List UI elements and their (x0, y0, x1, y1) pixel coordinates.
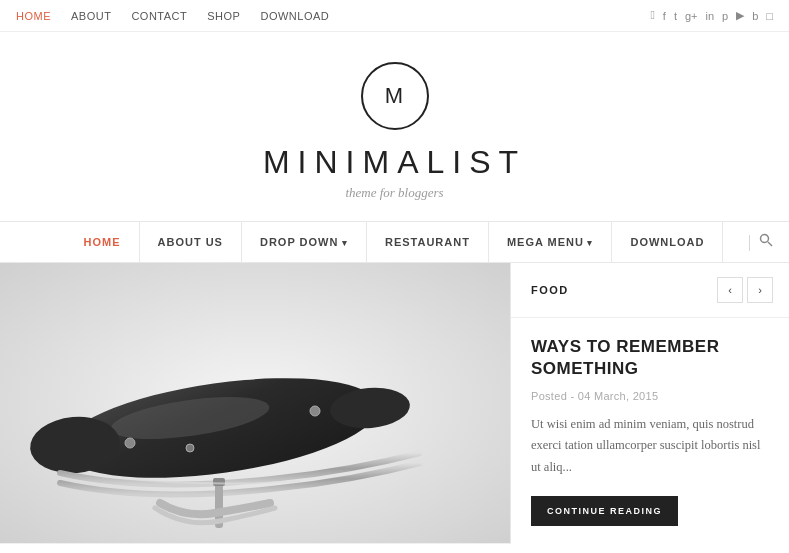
logo-area: M MINIMALIST theme for bloggers (0, 32, 789, 221)
logo-circle[interactable]: M (361, 62, 429, 130)
top-nav-about[interactable]: ABOUT (71, 10, 111, 22)
svg-line-1 (768, 242, 772, 246)
svg-point-0 (761, 235, 769, 243)
panel-next-button[interactable]: › (747, 277, 773, 303)
linkedin-icon[interactable]: in (706, 10, 715, 22)
twitter-icon2[interactable]: t (674, 10, 677, 22)
panel-content: WAYS TO REMEMBER SOMETHING Posted - 04 M… (511, 318, 789, 544)
svg-rect-12 (213, 478, 225, 486)
top-social:  f t g+ in p ▶ b □ (650, 8, 773, 23)
pinterest-icon[interactable]: p (722, 10, 728, 22)
svg-point-8 (125, 438, 135, 448)
gplus-icon[interactable]: g+ (685, 10, 698, 22)
hero-area: FOOD ‹ › WAYS TO REMEMBER SOMETHING Post… (0, 263, 789, 544)
panel-prev-button[interactable]: ‹ (717, 277, 743, 303)
top-bar: HOME ABOUT CONTACT SHOP DOWNLOAD  f t g… (0, 0, 789, 32)
twitter-icon[interactable]: f (663, 10, 666, 22)
top-nav-home[interactable]: HOME (16, 10, 51, 22)
sidebar-panel: FOOD ‹ › WAYS TO REMEMBER SOMETHING Post… (510, 263, 789, 544)
nav-download[interactable]: DOWNLOAD (612, 222, 723, 262)
svg-point-9 (310, 406, 320, 416)
top-nav-contact[interactable]: CONTACT (131, 10, 187, 22)
nav-mega-menu[interactable]: MEGA MENU (489, 222, 613, 262)
site-title: MINIMALIST (263, 144, 526, 181)
nav-divider: | (748, 233, 751, 251)
top-nav: HOME ABOUT CONTACT SHOP DOWNLOAD (16, 10, 329, 22)
top-nav-shop[interactable]: SHOP (207, 10, 240, 22)
panel-post-title: WAYS TO REMEMBER SOMETHING (531, 336, 769, 380)
nav-drop-down[interactable]: DROP DOWN (242, 222, 367, 262)
main-nav: HOME ABOUT US DROP DOWN RESTAURANT MEGA … (0, 221, 789, 263)
youtube-icon[interactable]: ▶ (736, 9, 744, 22)
continue-reading-button[interactable]: CONTINUE READING (531, 496, 678, 526)
top-nav-download[interactable]: DOWNLOAD (260, 10, 329, 22)
site-tagline: theme for bloggers (345, 185, 443, 201)
instagram-icon[interactable]: □ (766, 10, 773, 22)
main-nav-items: HOME ABOUT US DROP DOWN RESTAURANT MEGA … (66, 222, 724, 262)
nav-home[interactable]: HOME (66, 222, 140, 262)
panel-post-meta: Posted - 04 March, 2015 (531, 390, 769, 402)
panel-header: FOOD ‹ › (511, 263, 789, 318)
hero-image (0, 263, 510, 543)
facebook-icon[interactable]:  (650, 8, 654, 23)
svg-point-10 (186, 444, 194, 452)
tumblr-icon[interactable]: b (752, 10, 758, 22)
panel-nav: ‹ › (717, 277, 773, 303)
nav-search-area: | (748, 233, 773, 251)
nav-about-us[interactable]: ABOUT US (140, 222, 242, 262)
nav-restaurant[interactable]: RESTAURANT (367, 222, 489, 262)
panel-category: FOOD (531, 284, 569, 296)
search-icon[interactable] (759, 233, 773, 251)
logo-letter: M (385, 83, 404, 109)
panel-post-excerpt: Ut wisi enim ad minim veniam, quis nostr… (531, 414, 769, 478)
